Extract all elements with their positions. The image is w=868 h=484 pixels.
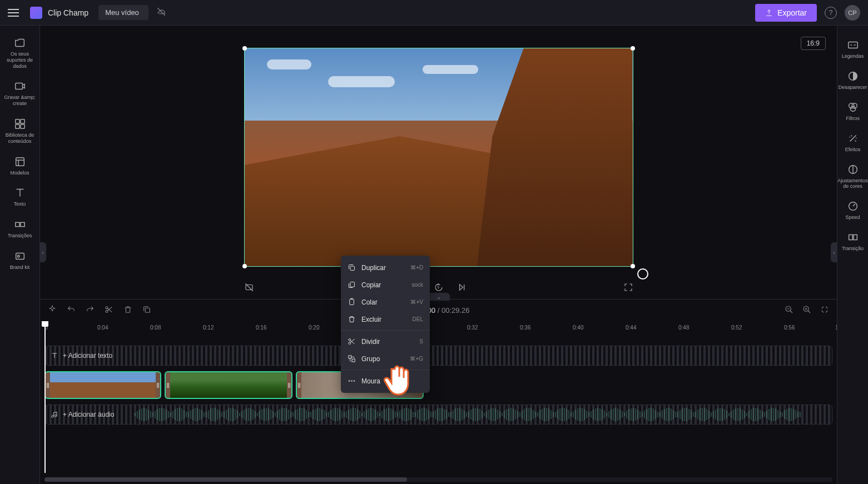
zoom-out-icon[interactable] (785, 305, 793, 316)
sidebar-item-label: Brand kit (10, 265, 30, 271)
sidebar-item-media[interactable]: Os seus suportes de dados (0, 31, 39, 74)
aspect-ratio-badge[interactable]: 16:9 (801, 37, 826, 50)
context-menu: Duplicar ⌘+D Copiar sock Colar ⌘+V Exclu… (341, 256, 430, 393)
menu-label: Excluir (361, 316, 381, 323)
ruler-tick: 1:00 (835, 325, 837, 331)
menu-copy[interactable]: Copiar sock (341, 276, 430, 293)
menu-more[interactable]: Moura (341, 372, 430, 390)
video-canvas[interactable] (244, 48, 633, 267)
ruler-tick: 0:20 (309, 325, 319, 331)
menu-delete[interactable]: Excluir DEL (341, 311, 430, 328)
svg-rect-28 (350, 300, 354, 305)
right-item-label: Efeitos (845, 147, 861, 152)
video-clip[interactable]: |||| (44, 371, 161, 399)
right-item-transition[interactable]: Transição (837, 226, 868, 257)
cloud-off-icon[interactable] (156, 7, 166, 19)
collapse-timeline-icon[interactable]: ⌄ (428, 293, 450, 301)
svg-point-35 (354, 381, 355, 382)
detach-icon[interactable] (244, 282, 254, 295)
right-item-filters[interactable]: Filtros (837, 96, 868, 127)
user-avatar[interactable]: CP (845, 5, 860, 21)
svg-rect-7 (20, 223, 24, 227)
ruler-tick: 0:48 (678, 325, 689, 331)
clip-handle-icon[interactable]: || (287, 372, 291, 398)
menu-shortcut: ⌘+D (410, 265, 423, 271)
audio-track[interactable]: + Adicionar áudio (44, 405, 832, 425)
video-track: |||| |||| |||| (44, 371, 832, 399)
menu-paste[interactable]: Colar ⌘+V (341, 293, 430, 311)
right-item-captions[interactable]: Legendas (837, 33, 868, 64)
copy-icon[interactable] (142, 305, 151, 316)
magic-icon[interactable] (48, 305, 57, 316)
svg-rect-2 (20, 119, 24, 123)
right-item-fade[interactable]: Desaparecer (837, 64, 868, 96)
text-track[interactable]: + Adicionar texto (44, 346, 832, 366)
split-icon[interactable] (105, 305, 113, 316)
resize-handle-icon[interactable] (631, 46, 635, 51)
svg-rect-18 (853, 234, 856, 239)
svg-rect-3 (15, 124, 19, 128)
undo-icon[interactable] (67, 305, 76, 316)
sidebar-item-brandkit[interactable]: Brand kit (0, 245, 39, 276)
right-item-speed[interactable]: Speed (837, 194, 868, 226)
clip-handle-icon[interactable]: || (297, 372, 301, 398)
menu-label: Duplicar (361, 264, 386, 272)
trash-icon[interactable] (123, 305, 132, 316)
timeline-toolbar: ⌄ 00:00.00 / 00:29.26 (40, 299, 837, 321)
menu-icon[interactable] (8, 9, 19, 17)
zoom-in-icon[interactable] (802, 305, 811, 316)
sidebar-item-transitions[interactable]: Transições (0, 213, 39, 245)
brand-name: Clip Champ (48, 8, 88, 17)
sidebar-item-label: Gravar &amp; create (1, 94, 38, 107)
menu-duplicate[interactable]: Duplicar ⌘+D (341, 259, 430, 276)
video-clip[interactable]: |||| (165, 371, 292, 399)
svg-rect-26 (350, 266, 355, 271)
clip-handle-icon[interactable]: || (156, 372, 160, 398)
menu-label: Copiar (361, 281, 381, 289)
ruler-tick: 0:12 (203, 325, 214, 331)
ruler-tick: 0:32 (467, 325, 478, 331)
right-item-label: Desaparecer (839, 84, 867, 90)
watermark-icon (637, 268, 648, 280)
export-button[interactable]: Exportar (755, 4, 817, 22)
playhead[interactable] (44, 321, 46, 473)
svg-point-34 (351, 381, 353, 382)
right-sidebar: Legendas Desaparecer Filtros Efeitos Aju… (837, 26, 868, 484)
svg-point-9 (17, 255, 19, 257)
resize-handle-icon[interactable] (242, 264, 247, 268)
right-item-effects[interactable]: Efeitos (837, 127, 868, 158)
timeline-ruler[interactable]: 0 0:04 0:08 0:12 0:16 0:20 0:24 0:28 0:3… (40, 321, 837, 335)
ruler-tick: 0:04 (97, 325, 108, 331)
svg-rect-1 (15, 119, 19, 123)
sidebar-item-templates[interactable]: Modelos (0, 150, 39, 182)
svg-rect-32 (352, 359, 355, 362)
svg-point-33 (349, 381, 350, 382)
resize-handle-icon[interactable] (631, 264, 635, 268)
redo-icon[interactable] (86, 305, 95, 316)
total-time: 00:29.26 (442, 306, 470, 315)
skip-end-icon[interactable] (457, 282, 467, 295)
sidebar-item-text[interactable]: Texto (0, 181, 39, 213)
resize-handle-icon[interactable] (242, 46, 247, 51)
timeline-scrollbar[interactable] (44, 477, 832, 482)
menu-shortcut: DEL (413, 316, 423, 322)
sidebar-item-record[interactable]: Gravar &amp; create (0, 74, 39, 112)
project-title-input[interactable] (98, 5, 148, 20)
preview-image (245, 48, 633, 266)
right-item-color[interactable]: Ajustamentos de cores (837, 158, 868, 194)
menu-label: Colar (361, 298, 378, 306)
ruler-tick: 0:52 (731, 325, 742, 331)
clip-handle-icon[interactable]: || (166, 372, 170, 398)
zoom-fit-icon[interactable] (820, 305, 829, 316)
fullscreen-icon[interactable] (623, 282, 633, 295)
sidebar-item-label: Modelos (10, 170, 29, 176)
menu-shortcut: ⌘+G (410, 356, 423, 362)
menu-label: Grupo (361, 355, 380, 363)
clip-handle-icon[interactable]: || (46, 372, 50, 398)
menu-split[interactable]: Dividir S (341, 333, 430, 350)
menu-group[interactable]: Grupo ⌘+G (341, 350, 430, 367)
sidebar-item-library[interactable]: Biblioteca de conteúdos (0, 112, 39, 150)
help-icon[interactable]: ? (825, 7, 837, 19)
svg-rect-6 (15, 223, 19, 227)
svg-rect-5 (16, 157, 24, 166)
